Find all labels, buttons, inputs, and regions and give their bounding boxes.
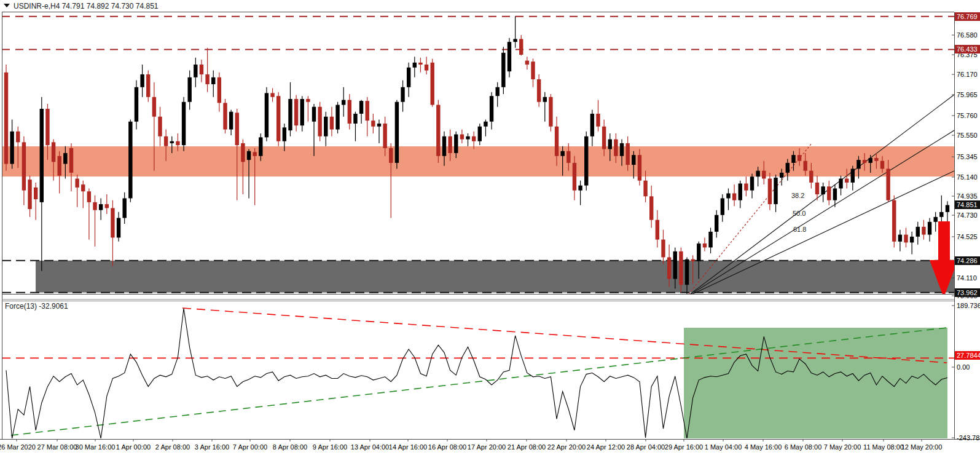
candle (366, 97, 369, 137)
titlebar: USDINR-e,H4 74.791 74.892 74.730 74.851 (4, 2, 159, 10)
candle (407, 63, 410, 97)
time-tick-label: 27 Mar 08:00 (37, 443, 77, 451)
candle (4, 65, 8, 171)
candle (922, 220, 925, 240)
candle (218, 73, 221, 112)
candle (330, 107, 334, 137)
candle (229, 110, 233, 136)
candle (726, 188, 730, 210)
indicator-label: Force(13) -32.9061 (5, 302, 68, 311)
time-scale[interactable]: 26 Mar 202027 Mar 08:0030 Mar 16:001 Apr… (0, 440, 942, 451)
svg-text:74.286: 74.286 (957, 257, 978, 264)
candle (117, 212, 120, 242)
candle (768, 173, 772, 210)
price-tick-label: 75.140 (957, 173, 978, 181)
candle (501, 47, 505, 94)
candle (946, 201, 949, 222)
bullish-divergence-zone[interactable] (684, 328, 947, 438)
candle (135, 81, 138, 130)
candle (484, 120, 487, 137)
fib-fan-label-61.8: 61.8 (793, 226, 806, 233)
price-tick-label: 75.345 (957, 153, 978, 160)
main-price-pane[interactable]: 38.250.061.8 (2, 17, 958, 298)
candle (335, 102, 339, 133)
candle (839, 176, 842, 196)
price-level-label-76.769: 76.769 (955, 12, 980, 21)
candle (318, 102, 321, 141)
candle (87, 188, 91, 239)
time-tick-label: 3 Apr 16:00 (195, 443, 229, 451)
candle (395, 100, 399, 169)
candle (739, 181, 742, 208)
price-tick-label: 0.00 (957, 363, 970, 371)
candle (401, 81, 404, 112)
candle (436, 100, 440, 163)
candle (496, 82, 500, 107)
candle (774, 175, 777, 212)
candle (892, 196, 896, 248)
candle (549, 94, 552, 132)
candle (128, 120, 132, 202)
candle (815, 176, 819, 200)
candle (721, 194, 724, 222)
candle (389, 143, 393, 218)
candle (851, 166, 855, 191)
candle (939, 196, 943, 225)
time-tick-label: 14 Apr 16:00 (389, 443, 427, 451)
candle (732, 184, 736, 206)
candle (40, 97, 44, 271)
candle (158, 107, 162, 146)
candle (531, 58, 535, 87)
candle (211, 71, 215, 97)
candle (513, 17, 517, 48)
force-indicator-pane[interactable] (2, 308, 954, 438)
candle (703, 237, 707, 251)
candle (306, 96, 310, 122)
candle (916, 222, 920, 245)
time-tick-label: 7 Apr 00:00 (233, 443, 267, 451)
time-tick-label: 22 Apr 20:00 (547, 443, 586, 451)
price-tick-label: 74.525 (957, 233, 978, 240)
price-level-label-27.7844: 27.7844 (955, 351, 980, 360)
time-tick-label: 1 Apr 00:00 (116, 443, 151, 451)
candle (466, 133, 469, 146)
candle (708, 228, 712, 253)
price-tick-label: 76.580 (957, 31, 978, 39)
candle (182, 97, 186, 151)
candle (93, 196, 96, 247)
candle (111, 200, 114, 266)
price-tick-label: 75.550 (957, 132, 978, 139)
candle (578, 181, 582, 205)
price-scale[interactable]: 76.58076.37576.17075.96575.76075.55075.3… (952, 12, 980, 441)
candle (744, 176, 748, 196)
time-tick-label: 11 May 08:00 (863, 443, 904, 451)
candle (265, 87, 269, 141)
candle (205, 48, 209, 92)
candle (821, 183, 825, 202)
price-tick-label: 75.965 (957, 91, 978, 98)
candle (478, 124, 482, 145)
candle (200, 60, 203, 82)
time-tick-label: 12 May 20:00 (901, 443, 943, 451)
candle (596, 100, 600, 132)
candle (649, 186, 653, 228)
candle (223, 99, 227, 133)
time-tick-label: 13 Apr 04:00 (351, 443, 389, 451)
time-tick-label: 9 Apr 16:00 (313, 443, 347, 451)
candle (123, 192, 127, 224)
candle (69, 143, 73, 191)
price-level-label-74.851: 74.851 (955, 200, 980, 209)
time-tick-label: 4 May 16:00 (745, 443, 782, 451)
svg-text:74.851: 74.851 (957, 201, 978, 208)
candle (194, 58, 197, 87)
candle (750, 173, 754, 198)
chart-canvas[interactable]: 38.250.061.8 76.58076.37576.17075.96575.… (0, 0, 980, 463)
demand-zone[interactable] (36, 261, 954, 293)
candle (827, 181, 831, 205)
time-tick-label: 30 Mar 16:00 (76, 443, 116, 451)
candle (353, 112, 357, 141)
chart-title: USDINR-e,H4 74.791 74.892 74.730 74.851 (14, 2, 159, 10)
time-tick-label: 8 Apr 08:00 (273, 443, 307, 451)
time-tick-label: 17 Apr 20:00 (468, 443, 506, 451)
candle (715, 210, 718, 238)
